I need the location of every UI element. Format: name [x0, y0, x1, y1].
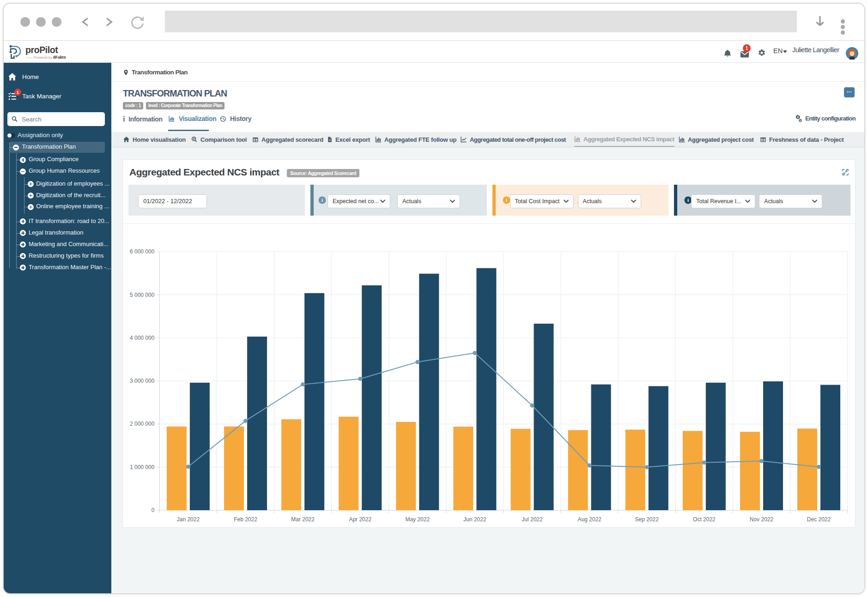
- svg-text:4 000 000: 4 000 000: [130, 335, 155, 341]
- svg-text:Apr 2022: Apr 2022: [349, 516, 371, 523]
- svg-text:2 000 000: 2 000 000: [130, 421, 155, 427]
- svg-text:0: 0: [152, 507, 155, 513]
- svg-text:3 000 000: 3 000 000: [130, 378, 155, 384]
- svg-text:i: i: [687, 197, 689, 203]
- svg-text:1 000 000: 1 000 000: [130, 464, 155, 470]
- svg-text:Aug 2022: Aug 2022: [577, 516, 601, 523]
- svg-text:Feb 2022: Feb 2022: [234, 516, 257, 523]
- svg-text:i: i: [506, 197, 507, 203]
- svg-text:Nov 2022: Nov 2022: [750, 516, 774, 523]
- svg-text:6 000 000: 6 000 000: [130, 248, 155, 255]
- svg-text:Mar 2022: Mar 2022: [291, 516, 315, 523]
- svg-text:Sep 2022: Sep 2022: [635, 516, 659, 523]
- svg-text:Oct 2022: Oct 2022: [693, 516, 716, 523]
- svg-text:5 000 000: 5 000 000: [130, 292, 155, 298]
- svg-text:i: i: [322, 197, 323, 203]
- svg-text:Dec 2022: Dec 2022: [807, 516, 831, 523]
- svg-text:May 2022: May 2022: [405, 516, 430, 523]
- svg-text:Jan 2022: Jan 2022: [177, 516, 200, 523]
- svg-text:Jun 2022: Jun 2022: [463, 516, 486, 523]
- svg-text:Jul 2022: Jul 2022: [522, 516, 543, 523]
